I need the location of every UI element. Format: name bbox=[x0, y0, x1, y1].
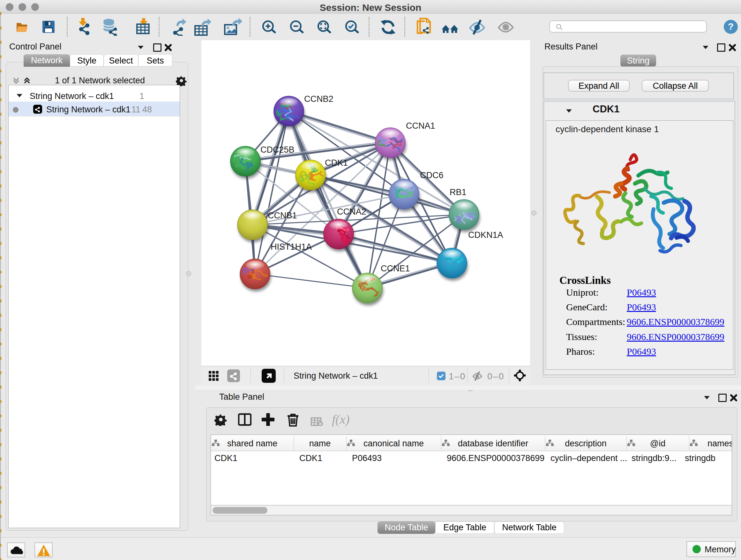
svg-text:CCNE1: CCNE1 bbox=[381, 264, 410, 273]
svg-text:CDC25B: CDC25B bbox=[260, 145, 294, 154]
svg-text:CCNA2: CCNA2 bbox=[337, 207, 366, 216]
svg-text:RB1: RB1 bbox=[450, 187, 467, 197]
svg-text:?: ? bbox=[728, 21, 734, 32]
svg-text:CDKN1A: CDKN1A bbox=[468, 230, 503, 240]
svg-text:CDC6: CDC6 bbox=[420, 171, 444, 180]
svg-text:CCNA1: CCNA1 bbox=[406, 121, 435, 131]
svg-text:CCNB1: CCNB1 bbox=[268, 211, 297, 220]
svg-text:HIST1H1A: HIST1H1A bbox=[271, 242, 312, 252]
svg-text:CCNB2: CCNB2 bbox=[304, 94, 333, 104]
svg-text:CDK1: CDK1 bbox=[325, 158, 348, 168]
